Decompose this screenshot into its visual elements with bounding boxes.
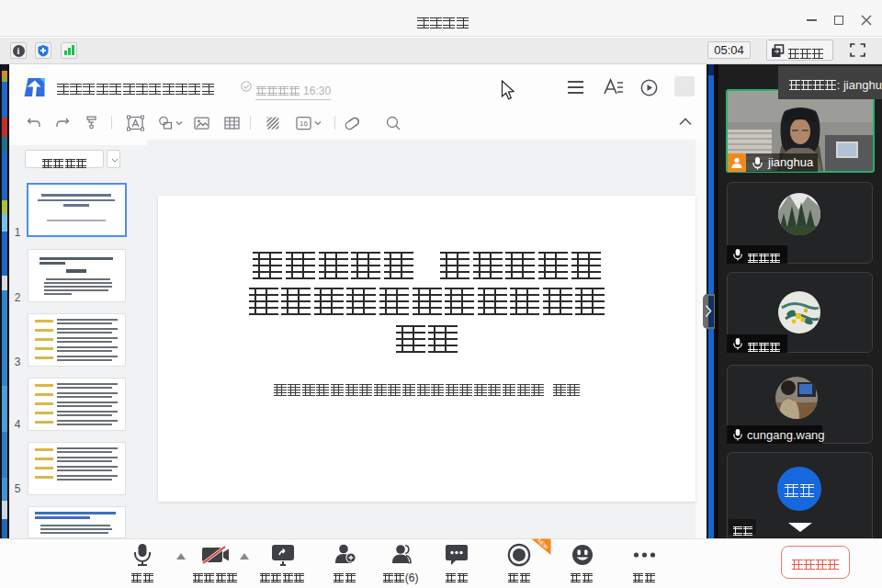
svg-text:16: 16 [300,119,308,128]
